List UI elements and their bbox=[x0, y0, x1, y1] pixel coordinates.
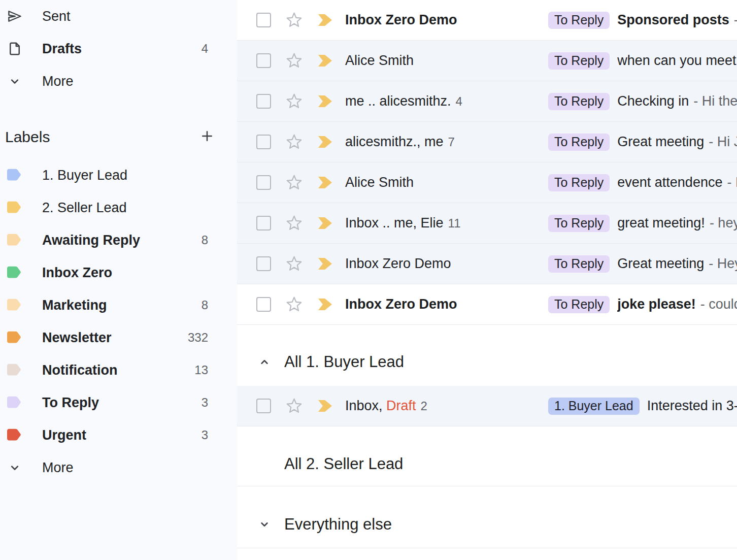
sender: Alice Smith bbox=[345, 53, 534, 69]
section-title: Everything else bbox=[284, 515, 392, 534]
label-tag-icon bbox=[6, 330, 23, 346]
select-checkbox[interactable] bbox=[256, 216, 271, 230]
label-name: 2. Seller Lead bbox=[42, 200, 127, 216]
label-name: Newsletter bbox=[42, 330, 112, 346]
sidebar-label-seller-lead[interactable]: 2. Seller Lead bbox=[0, 191, 237, 224]
sidebar-label-awaiting-reply[interactable]: Awaiting Reply 8 bbox=[0, 224, 237, 256]
create-label-button[interactable] bbox=[199, 128, 215, 146]
section-header-buyer-lead[interactable]: All 1. Buyer Lead bbox=[237, 325, 737, 386]
label-badge[interactable]: 1. Buyer Lead bbox=[548, 398, 640, 415]
section-header-everything-else[interactable]: Everything else bbox=[237, 486, 737, 548]
section-header-seller-lead[interactable]: All 2. Seller Lead bbox=[237, 426, 737, 486]
star-icon[interactable] bbox=[286, 12, 303, 28]
sidebar-item-drafts[interactable]: Drafts 4 bbox=[0, 32, 237, 65]
select-checkbox[interactable] bbox=[256, 13, 271, 27]
label-name: Marketing bbox=[42, 298, 107, 313]
sender: alicesmithz., me7 bbox=[345, 134, 534, 150]
subject: Sponsored posts- bbox=[617, 12, 737, 28]
label-badge[interactable]: To Reply bbox=[548, 93, 610, 110]
sidebar-label-urgent[interactable]: Urgent 3 bbox=[0, 419, 237, 451]
sidebar-label-to-reply[interactable]: To Reply 3 bbox=[0, 386, 237, 419]
label-badge[interactable]: To Reply bbox=[548, 52, 610, 70]
email-row[interactable]: Inbox Zero Demo To Reply Great meeting- … bbox=[237, 244, 737, 284]
draft-icon bbox=[6, 41, 23, 57]
sidebar-item-label: Drafts bbox=[42, 41, 82, 57]
star-icon[interactable] bbox=[286, 215, 303, 232]
importance-marker-icon[interactable] bbox=[318, 136, 333, 148]
importance-marker-icon[interactable] bbox=[318, 217, 333, 229]
select-checkbox[interactable] bbox=[256, 53, 271, 68]
sender: Inbox Zero Demo bbox=[345, 12, 534, 28]
email-row[interactable]: Inbox, Draft2 1. Buyer Lead Interested i… bbox=[237, 386, 737, 426]
label-badge[interactable]: To Reply bbox=[548, 134, 610, 151]
select-checkbox[interactable] bbox=[256, 94, 271, 109]
sidebar-label-inbox-zero[interactable]: Inbox Zero bbox=[0, 256, 237, 289]
sidebar-item-sent[interactable]: Sent bbox=[0, 0, 237, 32]
label-badge[interactable]: To Reply bbox=[548, 215, 610, 232]
sidebar-labels-more[interactable]: More bbox=[0, 451, 237, 484]
label-badge[interactable]: To Reply bbox=[548, 174, 610, 191]
subject: Great meeting- Hey bbox=[617, 256, 737, 272]
email-row[interactable]: alicesmithz., me7 To Reply Great meeting… bbox=[237, 122, 737, 162]
label-name: Awaiting Reply bbox=[42, 233, 140, 248]
sender: Alice Smith bbox=[345, 175, 534, 190]
sender: Inbox Zero Demo bbox=[345, 256, 534, 272]
select-checkbox[interactable] bbox=[256, 297, 271, 312]
sidebar-label-notification[interactable]: Notification 13 bbox=[0, 354, 237, 386]
importance-marker-icon[interactable] bbox=[318, 95, 333, 108]
email-row[interactable]: Inbox .. me, Elie11 To Reply great meeti… bbox=[237, 203, 737, 244]
sidebar: Sent Drafts 4 More Labels 1. Bu bbox=[0, 0, 237, 560]
email-row[interactable]: Inbox Zero Demo To Reply joke please!- c… bbox=[237, 284, 737, 325]
labels-title: Labels bbox=[5, 128, 50, 146]
select-checkbox[interactable] bbox=[256, 399, 271, 413]
sidebar-label-newsletter[interactable]: Newsletter 332 bbox=[0, 321, 237, 354]
sender: Inbox Zero Demo bbox=[345, 297, 534, 312]
importance-marker-icon[interactable] bbox=[318, 176, 333, 189]
importance-marker-icon[interactable] bbox=[318, 257, 333, 270]
label-badge[interactable]: To Reply bbox=[548, 12, 610, 29]
star-icon[interactable] bbox=[286, 296, 303, 313]
subject: Great meeting- Hi J bbox=[617, 134, 737, 150]
label-badge[interactable]: To Reply bbox=[548, 296, 610, 313]
email-row[interactable]: Inbox Zero Demo To Reply Sponsored posts… bbox=[237, 0, 737, 41]
star-icon[interactable] bbox=[286, 398, 303, 414]
sidebar-item-more[interactable]: More bbox=[0, 65, 237, 97]
select-checkbox[interactable] bbox=[256, 256, 271, 271]
subject: joke please!- could bbox=[617, 297, 737, 312]
star-icon[interactable] bbox=[286, 134, 303, 150]
email-row[interactable]: Alice Smith To Reply event attendence- H bbox=[237, 162, 737, 203]
importance-marker-icon[interactable] bbox=[318, 54, 333, 67]
star-icon[interactable] bbox=[286, 174, 303, 191]
label-name: Notification bbox=[42, 363, 118, 378]
subject: great meeting!- hey bbox=[617, 215, 737, 231]
email-row[interactable]: me .. alicesmithz.4 To Reply Checking in… bbox=[237, 81, 737, 122]
star-icon[interactable] bbox=[286, 255, 303, 272]
label-name: To Reply bbox=[42, 395, 99, 411]
star-icon[interactable] bbox=[286, 93, 303, 110]
chevron-down-icon bbox=[6, 459, 23, 476]
sender: Inbox, Draft2 bbox=[345, 398, 534, 414]
importance-marker-icon[interactable] bbox=[318, 14, 333, 26]
sender: Inbox .. me, Elie11 bbox=[345, 215, 534, 231]
sidebar-label-buyer-lead[interactable]: 1. Buyer Lead bbox=[0, 159, 237, 191]
importance-marker-icon[interactable] bbox=[318, 298, 333, 311]
chevron-up-icon[interactable] bbox=[258, 355, 271, 369]
subject: Interested in 3-b bbox=[647, 398, 737, 414]
sidebar-label-marketing[interactable]: Marketing 8 bbox=[0, 289, 237, 321]
label-list: 1. Buyer Lead 2. Seller Lead Awaiting Re… bbox=[0, 159, 237, 484]
label-tag-icon bbox=[6, 297, 23, 314]
sidebar-item-label: Sent bbox=[42, 9, 71, 24]
subject: when can you meet bbox=[617, 53, 737, 69]
email-row[interactable]: Alice Smith To Reply when can you meet bbox=[237, 41, 737, 81]
label-tag-icon bbox=[6, 427, 23, 444]
sidebar-item-label: More bbox=[42, 460, 74, 476]
select-checkbox[interactable] bbox=[256, 135, 271, 149]
importance-marker-icon[interactable] bbox=[318, 400, 333, 412]
label-badge[interactable]: To Reply bbox=[548, 255, 610, 273]
select-checkbox[interactable] bbox=[256, 175, 271, 190]
label-tag-icon bbox=[6, 265, 23, 281]
chevron-down-icon[interactable] bbox=[258, 518, 271, 531]
email-list: Inbox Zero Demo To Reply Sponsored posts… bbox=[237, 0, 737, 560]
star-icon[interactable] bbox=[286, 52, 303, 69]
subject: Checking in- Hi ther bbox=[617, 93, 737, 109]
